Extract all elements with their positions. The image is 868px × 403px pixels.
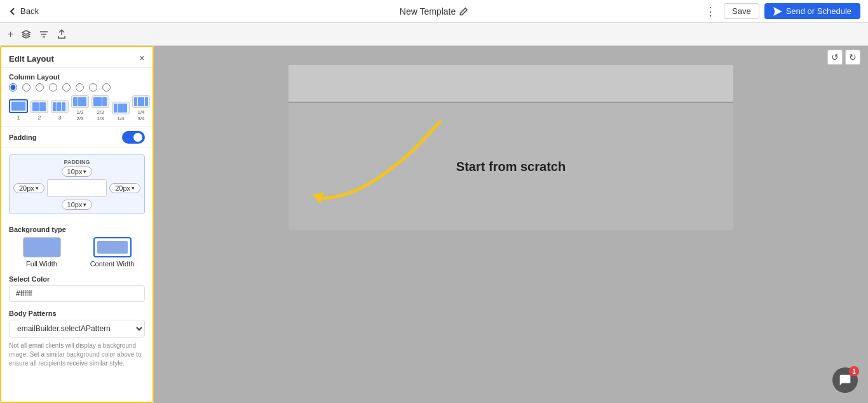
bg-type-options: Full Width Content Width — [9, 237, 145, 268]
bg-content-width-box — [93, 237, 132, 257]
padding-label: Padding — [9, 133, 36, 141]
padding-left-value: 20px — [19, 184, 34, 192]
layout-2col[interactable]: 2 — [31, 100, 48, 121]
send-label: Send or Schedule — [786, 6, 851, 16]
radio-2-3-1-3col[interactable] — [62, 83, 71, 92]
radio-2col[interactable] — [22, 83, 31, 92]
padding-top-row: 10px ▾ — [13, 167, 140, 177]
canvas-toolbar: ↺ ↻ — [827, 50, 860, 65]
canvas-area: ↺ ↻ Start from scratch 1 — [154, 46, 868, 403]
bg-full-width-box — [23, 237, 61, 257]
radio-4col[interactable] — [102, 83, 111, 92]
radio-1-2-3col[interactable] — [49, 83, 57, 92]
canvas-body-block: Start from scratch — [288, 103, 733, 230]
padding-right-value: 20px — [115, 184, 130, 192]
padding-bottom-pill[interactable]: 10px ▾ — [62, 200, 93, 210]
radio-1-4col[interactable] — [76, 83, 84, 92]
pattern-note: Not all email clients will display a bac… — [9, 341, 145, 368]
canvas-content: Start from scratch — [154, 46, 868, 230]
layout-4col[interactable]: 4 — [153, 100, 154, 121]
chat-badge: 1 — [849, 366, 859, 376]
radio-3col[interactable] — [36, 83, 44, 92]
top-header: Back New Template ⋮ Save Send or Schedul… — [0, 0, 868, 23]
padding-toggle[interactable] — [122, 131, 145, 144]
back-button[interactable]: Back — [8, 6, 39, 17]
panel-title: Edit Layout — [9, 54, 54, 64]
panel-header: Edit Layout × — [1, 47, 153, 68]
send-icon — [773, 7, 782, 16]
bg-full-width-label: Full Width — [26, 260, 57, 268]
toggle-slider — [122, 131, 145, 144]
edit-layout-panel: Edit Layout × Column Layout — [0, 46, 154, 403]
padding-right-pill[interactable]: 20px ▾ — [109, 183, 140, 193]
padding-top-pill[interactable]: 10px ▾ — [62, 167, 93, 177]
canvas-header-block — [288, 65, 733, 103]
layout-1col[interactable]: 1 — [9, 99, 28, 121]
radio-1col[interactable] — [9, 83, 17, 92]
color-input[interactable] — [9, 285, 145, 302]
filter-icon[interactable] — [39, 29, 49, 39]
layout-1-4-3-4col[interactable]: 1/4 3/4 — [132, 95, 150, 121]
layout-2-3-1-3col[interactable]: 2/3 1/3 — [92, 95, 109, 121]
send-schedule-button[interactable]: Send or Schedule — [764, 3, 860, 19]
start-from-scratch-text: Start from scratch — [456, 160, 566, 174]
body-patterns-section: Body Patterns emailBuilder.selectAPatter… — [1, 307, 153, 373]
save-button[interactable]: Save — [724, 3, 759, 19]
toolbar-row: + — [0, 23, 868, 46]
back-label: Back — [20, 6, 39, 16]
padding-bottom-value: 10px — [67, 201, 83, 208]
bg-full-width-option[interactable]: Full Width — [9, 237, 74, 268]
padding-middle-row: 20px ▾ 20px ▾ — [13, 179, 140, 197]
radio-row — [9, 83, 145, 92]
layout-options: 1 2 — [9, 95, 145, 121]
header-title-area: New Template — [400, 6, 468, 17]
padding-diagram-label: PADDING — [13, 159, 140, 165]
header-actions: ⋮ Save Send or Schedule — [702, 3, 860, 19]
padding-box-section: PADDING 10px ▾ 20px ▾ 20px ▾ — [1, 148, 153, 221]
redo-button[interactable]: ↻ — [845, 50, 860, 65]
column-layout-section: 1 2 — [1, 83, 153, 126]
padding-top-value: 10px — [67, 168, 83, 175]
layers-icon[interactable] — [21, 29, 31, 39]
layout-3col[interactable]: 3 — [51, 100, 69, 121]
padding-row: Padding — [1, 126, 153, 148]
bg-content-width-label: Content Width — [90, 260, 135, 268]
layout-1-4col[interactable]: 1/4 — [112, 102, 130, 122]
export-icon[interactable] — [57, 29, 67, 39]
bg-type-section: Background type Full Width Content Width — [1, 221, 153, 273]
edit-icon[interactable] — [459, 7, 468, 16]
chat-icon — [839, 374, 851, 386]
main-area: Edit Layout × Column Layout — [0, 46, 868, 403]
column-layout-label: Column Layout — [1, 68, 153, 83]
padding-center-box — [47, 179, 107, 197]
select-color-label: Select Color — [9, 275, 145, 283]
bg-content-width-option[interactable]: Content Width — [79, 237, 145, 268]
panel-close-button[interactable]: × — [139, 53, 145, 64]
padding-diagram: PADDING 10px ▾ 20px ▾ 20px ▾ — [9, 154, 145, 214]
select-color-section: Select Color — [1, 273, 153, 307]
bg-type-label: Background type — [9, 226, 145, 233]
body-patterns-select[interactable]: emailBuilder.selectAPattern — [9, 320, 145, 338]
chat-icon-button[interactable]: 1 — [832, 367, 858, 393]
layout-1-3-2-3col[interactable]: 1/3 2/3 — [71, 95, 89, 121]
body-patterns-label: Body Patterns — [9, 310, 145, 317]
more-options-button[interactable]: ⋮ — [702, 4, 719, 18]
radio-1-4-3-4col[interactable] — [89, 83, 97, 92]
add-icon[interactable]: + — [8, 29, 13, 40]
template-title: New Template — [400, 6, 456, 17]
padding-left-pill[interactable]: 20px ▾ — [13, 183, 44, 193]
svg-marker-0 — [773, 7, 782, 16]
padding-bottom-row: 10px ▾ — [13, 200, 140, 210]
undo-button[interactable]: ↺ — [827, 50, 843, 65]
